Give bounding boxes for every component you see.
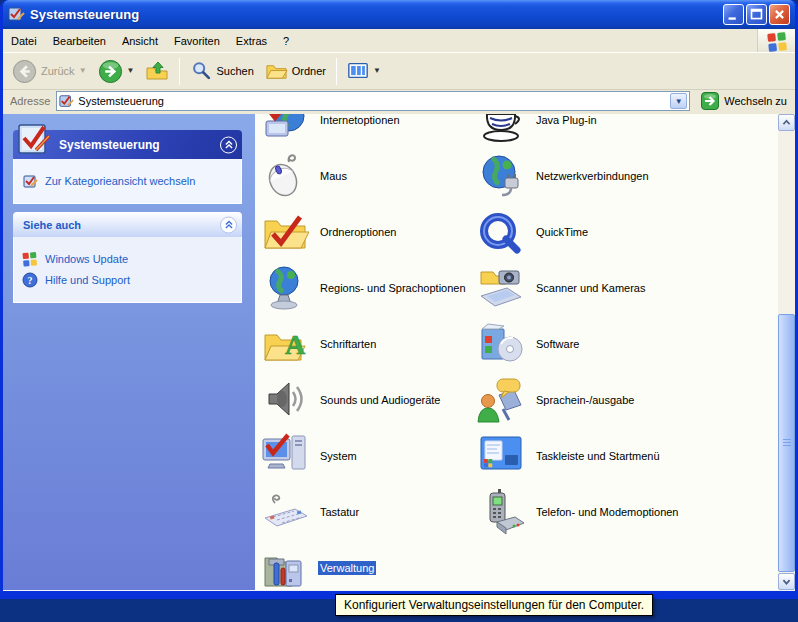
- search-button[interactable]: Suchen: [185, 56, 258, 86]
- panel-header: Systemsteuerung: [13, 130, 242, 159]
- go-icon: [701, 92, 719, 110]
- cp-item-label: Tastatur: [318, 505, 361, 519]
- views-button[interactable]: ▼: [342, 56, 386, 86]
- menu-bearbeiten[interactable]: Bearbeiten: [45, 32, 114, 50]
- windows-logo-block: [757, 29, 795, 52]
- collapse-chevron-icon[interactable]: [220, 216, 237, 233]
- sidebar-link-zur-kategorieansicht-wechseln[interactable]: Zur Kategorieansicht wechseln: [22, 173, 233, 189]
- speech-icon: [477, 376, 525, 424]
- phone-icon: [477, 488, 525, 536]
- cp-item-label: Regions- und Sprachoptionen: [318, 281, 468, 295]
- folders-button[interactable]: Ordner: [260, 56, 331, 87]
- content-area: Systemsteuerung Zur Kategorieansicht wec…: [3, 114, 795, 591]
- cp-item-ordneroptionen[interactable]: Ordneroptionen: [261, 204, 398, 260]
- cp-item-label: Scanner und Kameras: [534, 281, 647, 295]
- scrollbar-thumb[interactable]: [778, 314, 795, 572]
- back-dropdown-icon[interactable]: ▼: [79, 67, 87, 75]
- cp-item-internetoptionen[interactable]: Internetoptionen: [261, 114, 402, 148]
- internet-options-icon: [261, 114, 309, 144]
- menu-datei[interactable]: Datei: [3, 32, 45, 50]
- fonts-icon: A: [261, 320, 309, 368]
- cp-item-label: Internetoptionen: [318, 114, 402, 127]
- scanner-icon: [477, 264, 525, 312]
- cp-item-quicktime[interactable]: QuickTime: [477, 204, 590, 260]
- minimize-button[interactable]: [723, 4, 744, 25]
- scroll-down-icon[interactable]: [778, 573, 795, 590]
- cp-item-java-plug-in[interactable]: Java Plug-in: [477, 114, 599, 148]
- explorer-window: Systemsteuerung DateiBearbeitenAnsichtFa…: [0, 0, 798, 599]
- cp-item-tastatur[interactable]: Tastatur: [261, 484, 361, 540]
- menu-favoriten[interactable]: Favoriten: [166, 32, 228, 50]
- menu-extras[interactable]: Extras: [228, 32, 275, 50]
- cp-item-label: Telefon- und Modemoptionen: [534, 505, 680, 519]
- panel-body: Windows Update?Hilfe und Support: [13, 237, 242, 303]
- cp-item-sounds-und-audioger-te[interactable]: Sounds und Audiogeräte: [261, 372, 443, 428]
- cp-item-system[interactable]: System: [261, 428, 359, 484]
- back-label: Zurück: [41, 65, 75, 77]
- menu-ansicht[interactable]: Ansicht: [114, 32, 166, 50]
- views-dropdown-icon[interactable]: ▼: [373, 67, 381, 75]
- sidebar-link-hilfe-und-support[interactable]: ?Hilfe und Support: [22, 272, 233, 288]
- panel-title: Siehe auch: [23, 219, 81, 231]
- toolbar-separator: [179, 58, 180, 85]
- sidebar-link-label: Zur Kategorieansicht wechseln: [45, 175, 195, 187]
- control-panel-icon: [15, 120, 53, 158]
- search-label: Suchen: [216, 65, 253, 77]
- admin-tools-icon: [261, 544, 309, 590]
- control-panel-icon: [59, 94, 74, 109]
- up-button[interactable]: [140, 55, 174, 87]
- network-icon: [477, 152, 525, 200]
- cp-item-taskleiste-und-startmen[interactable]: Taskleiste und Startmenü: [477, 428, 662, 484]
- sidebar-link-label: Hilfe und Support: [45, 274, 130, 286]
- vertical-scrollbar[interactable]: [778, 114, 795, 590]
- keyboard-icon: [261, 488, 309, 536]
- go-label: Wechseln zu: [724, 95, 787, 107]
- cp-item-telefon-und-modemoptionen[interactable]: Telefon- und Modemoptionen: [477, 484, 680, 540]
- panel-title: Systemsteuerung: [59, 138, 160, 152]
- menu-help[interactable]: ?: [275, 32, 297, 50]
- toolbar: Zurück ▼ ▼ Suchen Ordner ▼: [3, 53, 795, 90]
- back-arrow-icon: [12, 59, 37, 84]
- collapse-chevron-icon[interactable]: [220, 136, 237, 153]
- cp-item-label: Ordneroptionen: [318, 225, 398, 239]
- cp-item-verwaltung[interactable]: Verwaltung: [261, 540, 376, 590]
- search-icon: [190, 60, 212, 82]
- menu-bar: DateiBearbeitenAnsichtFavoritenExtras?: [3, 29, 795, 53]
- up-folder-icon: [145, 59, 169, 83]
- maximize-button[interactable]: [746, 4, 767, 25]
- address-input[interactable]: Systemsteuerung ▼: [56, 91, 690, 111]
- regional-icon: [261, 264, 309, 312]
- menu-items: DateiBearbeitenAnsichtFavoritenExtras?: [3, 32, 297, 50]
- cp-item-label: Netzwerkverbindungen: [534, 169, 651, 183]
- cp-item-label: Taskleiste und Startmenü: [534, 449, 662, 463]
- cp-item-software[interactable]: Software: [477, 316, 581, 372]
- address-label: Adresse: [10, 95, 50, 107]
- back-button[interactable]: Zurück ▼: [7, 55, 92, 88]
- cp-item-label: Maus: [318, 169, 349, 183]
- category-switch-icon: [22, 173, 38, 189]
- cp-item-label: Schriftarten: [318, 337, 378, 351]
- cp-item-maus[interactable]: Maus: [261, 148, 349, 204]
- window-title: Systemsteuerung: [30, 7, 721, 22]
- sidebar-link-windows-update[interactable]: Windows Update: [22, 251, 233, 267]
- cp-item-sprachein-ausgabe[interactable]: Sprachein-/ausgabe: [477, 372, 636, 428]
- folders-label: Ordner: [292, 65, 326, 77]
- cp-item-schriftarten[interactable]: ASchriftarten: [261, 316, 378, 372]
- forward-arrow-icon: [98, 59, 123, 84]
- go-button[interactable]: Wechseln zu: [696, 92, 793, 110]
- address-dropdown-icon[interactable]: ▼: [670, 93, 687, 109]
- cp-item-label: System: [318, 449, 359, 463]
- titlebar: Systemsteuerung: [3, 0, 795, 29]
- scroll-up-icon[interactable]: [778, 114, 795, 131]
- forward-button[interactable]: ▼: [93, 55, 140, 88]
- cp-item-label: Software: [534, 337, 581, 351]
- close-button[interactable]: [769, 4, 790, 25]
- system-icon: [261, 432, 309, 480]
- cp-item-label: Java Plug-in: [534, 114, 599, 127]
- panel-siehe-auch: Siehe auch Windows Update?Hilfe und Supp…: [13, 212, 242, 303]
- forward-dropdown-icon[interactable]: ▼: [127, 67, 135, 75]
- cp-item-netzwerkverbindungen[interactable]: Netzwerkverbindungen: [477, 148, 651, 204]
- cp-item-regions-und-sprachoptionen[interactable]: Regions- und Sprachoptionen: [261, 260, 468, 316]
- mouse-icon: [261, 152, 309, 200]
- cp-item-scanner-und-kameras[interactable]: Scanner und Kameras: [477, 260, 647, 316]
